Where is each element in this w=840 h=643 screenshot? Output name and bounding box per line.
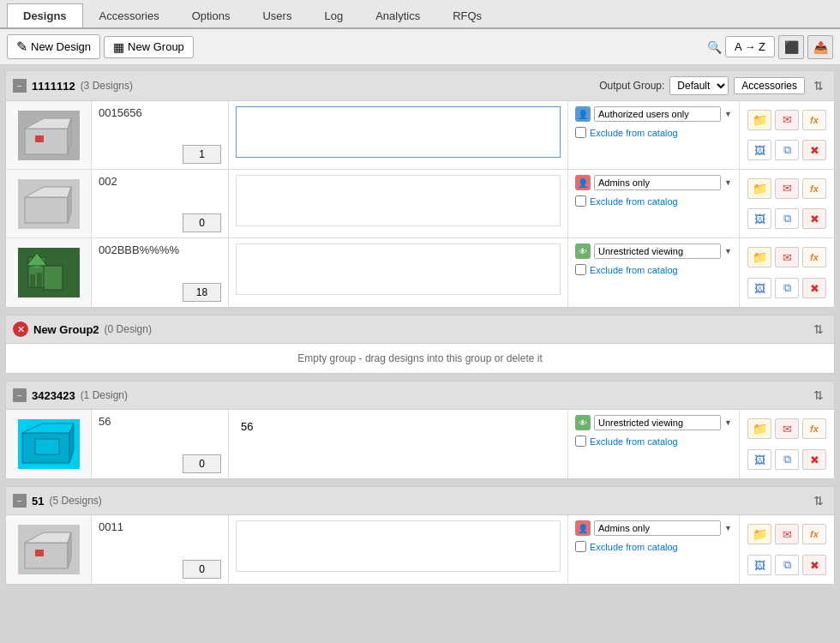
design-qty-0015656[interactable] — [183, 145, 221, 164]
tab-analytics[interactable]: Analytics — [359, 3, 436, 27]
exclude-checkbox-0011[interactable] — [575, 541, 586, 552]
exclude-label-002bbb[interactable]: Exclude from catalog — [575, 264, 732, 275]
visibility-select-0015656[interactable]: Authorized users only Admins only Unrest… — [594, 106, 721, 122]
delete-btn-0011[interactable]: ✖ — [802, 555, 826, 575]
exclude-label-0015656[interactable]: Exclude from catalog — [575, 127, 732, 138]
group-51-subtitle: (5 Designs) — [49, 495, 101, 507]
group-1111112: − 1111112 (3 Designs) Output Group: Defa… — [5, 70, 835, 308]
accessories-button[interactable]: Accessories — [734, 77, 805, 94]
folder-btn-0011[interactable]: 📁 — [747, 524, 771, 544]
delete-btn-002[interactable]: ✖ — [802, 208, 826, 229]
image-btn-0011[interactable]: 🖼 — [747, 555, 771, 575]
copy-btn-0015656[interactable]: ⧉ — [775, 140, 799, 160]
sort-icon[interactable]: ⇅ — [810, 77, 827, 94]
exclude-label-56[interactable]: Exclude from catalog — [575, 436, 732, 447]
sort-icon-51[interactable]: ⇅ — [810, 492, 827, 509]
folder-btn-56[interactable]: 📁 — [747, 418, 771, 439]
folder-btn-002[interactable]: 📁 — [747, 178, 771, 199]
visibility-arrow[interactable]: ▼ — [724, 110, 732, 118]
copy-btn-002[interactable]: ⧉ — [775, 208, 799, 229]
visibility-arrow-0011[interactable]: ▼ — [724, 524, 732, 532]
output-group-select[interactable]: Default — [669, 76, 729, 95]
new-group-label: New Group — [128, 40, 184, 53]
thumb-svg-0011 — [18, 525, 80, 574]
image-btn-002[interactable]: 🖼 — [747, 208, 771, 229]
folder-btn-002bbb[interactable]: 📁 — [747, 247, 771, 267]
exclude-checkbox-002[interactable] — [575, 195, 586, 207]
exclude-checkbox-0015656[interactable] — [575, 127, 586, 138]
exclude-checkbox-002bbb[interactable] — [575, 264, 586, 275]
group-1111112-subtitle: (3 Designs) — [81, 80, 133, 92]
vis-icon-admin-002: 👤 — [575, 175, 591, 190]
visibility-arrow-002bbb[interactable]: ▼ — [724, 247, 732, 255]
sort-icon-3423423[interactable]: ⇅ — [810, 387, 827, 404]
tab-accessories[interactable]: Accessories — [83, 3, 176, 27]
tab-users[interactable]: Users — [246, 3, 308, 27]
tab-options[interactable]: Options — [176, 3, 247, 27]
collapse-group-51[interactable]: − — [13, 494, 27, 508]
email-btn-002bbb[interactable]: ✉ — [775, 247, 799, 267]
email-icon-002: ✉ — [783, 182, 792, 195]
visibility-arrow-002[interactable]: ▼ — [724, 178, 732, 187]
tab-log[interactable]: Log — [308, 3, 359, 27]
toolbar-icon-btn1[interactable]: ⬛ — [778, 35, 804, 59]
exclude-label-002[interactable]: Exclude from catalog — [575, 195, 732, 207]
group-51-header: − 51 (5 Designs) ⇅ — [6, 487, 834, 515]
visibility-select-56[interactable]: Authorized users only Admins only Unrest… — [594, 415, 721, 430]
design-qty-002[interactable] — [183, 213, 221, 232]
formula-btn-56[interactable]: fx — [802, 418, 826, 439]
delete-btn-002bbb[interactable]: ✖ — [802, 278, 826, 298]
sort-icon-newgroup2[interactable]: ⇅ — [810, 321, 827, 338]
group-new-group2-header: ✕ New Group2 (0 Design) ⇅ — [6, 315, 834, 344]
visibility-select-002[interactable]: Authorized users only Admins only Unrest… — [594, 175, 721, 190]
design-row-002bbb: 002BBB%%%% 👁 Authorized users only Admin… — [6, 238, 834, 307]
email-btn-0011[interactable]: ✉ — [775, 524, 799, 544]
group-3423423-subtitle: (1 Design) — [81, 389, 128, 401]
design-desc-input-0015656[interactable] — [236, 106, 561, 158]
visibility-select-002bbb[interactable]: Authorized users only Admins only Unrest… — [594, 243, 721, 259]
exclude-label-0011[interactable]: Exclude from catalog — [575, 541, 732, 552]
image-btn-002bbb[interactable]: 🖼 — [747, 278, 771, 298]
visibility-arrow-56[interactable]: ▼ — [724, 418, 732, 427]
svg-marker-1 — [25, 118, 71, 129]
new-group-button[interactable]: ▦ New Group — [104, 36, 194, 58]
svg-marker-5 — [25, 187, 71, 197]
folder-btn-0015656[interactable]: 📁 — [747, 110, 771, 130]
design-qty-56[interactable] — [183, 454, 221, 473]
design-info-0015656: 0015656 — [92, 101, 229, 169]
design-qty-0011[interactable] — [183, 560, 221, 579]
tab-designs[interactable]: Designs — [7, 3, 83, 27]
formula-btn-0011[interactable]: fx — [802, 524, 826, 544]
copy-btn-002bbb[interactable]: ⧉ — [775, 278, 799, 298]
design-desc-0011 — [229, 515, 568, 584]
formula-btn-002bbb[interactable]: fx — [802, 247, 826, 267]
toolbar-icon-btn2[interactable]: 📤 — [807, 35, 833, 59]
collapse-group-3423423[interactable]: − — [13, 388, 27, 402]
formula-btn-0015656[interactable]: fx — [802, 110, 826, 130]
new-design-button[interactable]: ✎ New Design — [7, 34, 100, 59]
svg-rect-20 — [35, 550, 44, 556]
design-desc-002 — [229, 170, 568, 237]
formula-btn-002[interactable]: fx — [802, 178, 826, 199]
collapse-group-1111112[interactable]: − — [13, 79, 27, 93]
email-btn-002[interactable]: ✉ — [775, 178, 799, 199]
search-icon: 🔍 — [707, 40, 722, 54]
image-btn-0015656[interactable]: 🖼 — [747, 140, 771, 160]
formula-icon-002: fx — [810, 183, 819, 194]
import-icon: 📤 — [813, 40, 828, 54]
copy-btn-56[interactable]: ⧉ — [775, 449, 799, 470]
email-btn-56[interactable]: ✉ — [775, 418, 799, 439]
email-btn-0015656[interactable]: ✉ — [775, 110, 799, 130]
copy-btn-0011[interactable]: ⧉ — [775, 555, 799, 575]
exclude-checkbox-56[interactable] — [575, 436, 586, 447]
az-sort-button[interactable]: A → Z — [725, 36, 775, 57]
delete-btn-56[interactable]: ✖ — [802, 449, 826, 470]
tab-rfqs[interactable]: RFQs — [436, 3, 498, 27]
delete-group-new-group2[interactable]: ✕ — [13, 322, 28, 337]
design-row-0011: 0011 👤 Authorized users only Admins only… — [6, 515, 834, 584]
delete-btn-0015656[interactable]: ✖ — [802, 140, 826, 160]
design-qty-002bbb[interactable] — [183, 283, 221, 302]
visibility-select-0011[interactable]: Authorized users only Admins only Unrest… — [594, 520, 721, 536]
folder-icon-002bbb: 📁 — [753, 250, 767, 264]
image-btn-56[interactable]: 🖼 — [747, 449, 771, 470]
